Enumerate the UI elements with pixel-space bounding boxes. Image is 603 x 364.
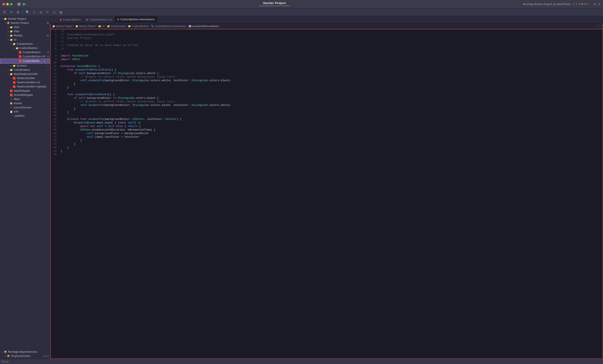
- custombutton-folder-icon: 📁: [15, 46, 19, 50]
- bc-back-button[interactable]: ‹: [596, 25, 597, 28]
- bc-sep-6: [187, 25, 188, 28]
- arrow-components: [10, 43, 12, 45]
- arrow-project: [4, 22, 7, 24]
- sidebar-item-assets[interactable]: 🎨 Assets: [0, 101, 50, 105]
- sidebar-item-project[interactable]: 📦 Starter Project M: [0, 21, 50, 25]
- line-content: private func animateTo(backgroundColor: …: [59, 117, 603, 121]
- sidebar-item-vcui[interactable]: 🟥 ViewController+UI: [0, 80, 50, 85]
- sidebar-item-swiftlint[interactable]: · .swiftlint: [0, 114, 50, 118]
- add-tab-button[interactable]: +: [593, 2, 596, 6]
- bc-anim[interactable]: CustomButton+Animations: [155, 25, 186, 28]
- edit-button[interactable]: ✏: [45, 9, 50, 15]
- breadcrumb: 📁 Starter Project 📁 Starter Project 📁 UI…: [50, 23, 603, 29]
- sidebar-item-ui[interactable]: 📁 UI: [0, 38, 50, 42]
- canvas-button[interactable]: ◻: [51, 9, 57, 15]
- code-line-26: 26 private func animateTo(backgroundColo…: [51, 117, 603, 121]
- stop-button[interactable]: [18, 3, 21, 6]
- sidebar-item-utils[interactable]: 📁 Utils: [0, 25, 50, 29]
- tab-prev-button[interactable]: ‹: [50, 18, 54, 21]
- sidebar-item-components[interactable]: 📁 Components: [0, 42, 50, 46]
- add-file-button[interactable]: ⊞: [15, 9, 21, 15]
- error-count: ✕ 1: [573, 3, 577, 5]
- tab-custombuttonui[interactable]: ● CustomButton+UI: [84, 16, 115, 23]
- minimize-button[interactable]: [6, 3, 9, 5]
- line-number: 17: [51, 86, 59, 89]
- vcupdate-icon: 🟥: [12, 85, 16, 88]
- sidebar-item-vcupdate[interactable]: 🟥 ViewController+Update: [0, 85, 50, 89]
- tab-custombutton[interactable]: ● CustomButton: [57, 16, 84, 23]
- code-line-30: 30 self.backgroundColor = backgroundColo…: [51, 132, 603, 135]
- code-line-4: 4//: [51, 40, 603, 44]
- line-number: 18: [51, 89, 59, 93]
- expand-button[interactable]: ⤢: [598, 2, 601, 6]
- tab-custombuttonui-label: CustomButton+UI: [89, 18, 112, 21]
- line-content: }: [59, 110, 603, 114]
- vcupdate-label: ViewController+Update: [17, 85, 50, 88]
- bc-sep-4: [126, 25, 127, 28]
- code-line-34: 34 }: [51, 146, 603, 149]
- sidebar-item-scenedelegate[interactable]: 🟥 SceneDelegate: [0, 93, 50, 97]
- search-button[interactable]: 🔍: [24, 9, 30, 15]
- sidebar-item-main[interactable]: ✕ Main: [0, 97, 50, 101]
- line-content: self.backgroundColor = backgroundColor: [59, 132, 603, 135]
- files-icon: 📁: [10, 30, 13, 33]
- sidebar-item-vc[interactable]: 🟥 ViewController: [0, 76, 50, 80]
- bc-sep-3: [105, 25, 106, 28]
- line-content: //: [59, 40, 603, 44]
- bc-method[interactable]: animateToActiveState(): [192, 25, 219, 28]
- arrow-screens: [10, 65, 12, 67]
- sidebar-item-screens[interactable]: 📁 Screens —: [0, 64, 50, 68]
- sidebar-item-custombutton-folder[interactable]: 📁 CustomButton: [0, 46, 50, 50]
- close-button[interactable]: [2, 3, 5, 5]
- sidebar-item-files[interactable]: 📁 Files: [0, 29, 50, 33]
- line-number: 9: [51, 58, 59, 61]
- sidebar-item-coordinators[interactable]: 📁 Coordinators —: [0, 68, 50, 72]
- sidebar-item-rootvc[interactable]: 📁 RootViewController: [0, 72, 50, 76]
- tab-next-button[interactable]: ›: [54, 18, 57, 21]
- sidebar-item-package-deps[interactable]: 📦 Package Dependencies: [0, 350, 50, 354]
- warning-filter-button[interactable]: ⚠: [31, 9, 37, 15]
- line-content: }: [59, 86, 603, 89]
- sidebar-item-root[interactable]: 📁 Starter Project: [0, 17, 50, 21]
- bc-components[interactable]: Components: [111, 25, 125, 28]
- sidebar-item-custombutton[interactable]: 🟥 CustomButton A: [0, 50, 50, 54]
- sidebar-item-info[interactable]: 📋 Info: [0, 110, 50, 114]
- line-number: 15: [51, 79, 59, 82]
- code-line-9: 9import UIKit: [51, 57, 603, 61]
- sidebar-item-custombuttonui[interactable]: 🟥 CustomButton+UI A: [0, 54, 50, 59]
- sidebar-item-appdelegate[interactable]: 🟥 AppDelegate: [0, 89, 50, 93]
- bc-project-icon: 📁: [75, 25, 78, 28]
- line-content: func animateToActiveState() {: [59, 93, 603, 96]
- sidebar-item-launchscreen[interactable]: ✕ LaunchScreen: [0, 105, 50, 110]
- run-button[interactable]: [23, 3, 26, 6]
- code-editor[interactable]: 1//2// CustomButton+Animations.swift3// …: [50, 29, 603, 359]
- arrow-coordinators: [7, 69, 10, 71]
- line-number: 31: [51, 135, 59, 139]
- swiftlint-label: .swiftlint: [14, 114, 50, 117]
- rootvc-icon: 📁: [10, 72, 13, 76]
- custombutton-label: CustomButton: [23, 51, 47, 54]
- bc-starter-project-1[interactable]: Starter Project: [56, 25, 73, 28]
- bc-forward-button[interactable]: ✕: [599, 25, 601, 28]
- sidebar-toggle-button[interactable]: ☰: [2, 9, 8, 15]
- utils-icon: 📁: [10, 25, 13, 29]
- navigator-close-button[interactable]: ✕: [8, 9, 14, 15]
- bc-ui[interactable]: UI: [102, 25, 104, 28]
- components-icon: 📁: [12, 42, 16, 46]
- tab-custombutton-label: CustomButton: [63, 18, 81, 21]
- breakpoint-button[interactable]: ◎: [38, 9, 44, 15]
- maximize-button[interactable]: [10, 3, 12, 5]
- code-line-24: 24 }: [51, 110, 603, 114]
- bc-custombutton[interactable]: CustomButton: [132, 25, 148, 28]
- sidebar-item-custombuttonanim[interactable]: 🟥 CustomButton+Animations A —: [0, 59, 50, 64]
- bc-starter-project-2[interactable]: Starter Project: [79, 25, 96, 28]
- sidebar-item-tiny-constraints[interactable]: 📦 TinyConstraints 4.0.2: [0, 354, 50, 358]
- sidebar-item-models[interactable]: 📁 Models M: [0, 33, 50, 38]
- project-info: Starter Project tutorial/custom-touch-bu…: [28, 1, 520, 7]
- assets-label: Assets: [14, 102, 50, 105]
- tab-custombuttonanim[interactable]: ● CustomButton+Animations: [115, 16, 157, 23]
- line-number: 5: [51, 44, 59, 47]
- line-number: 12: [51, 68, 59, 72]
- code-line-2: 2// CustomButton+Animations.swift: [51, 33, 603, 36]
- inspect-button[interactable]: ▤: [58, 9, 64, 15]
